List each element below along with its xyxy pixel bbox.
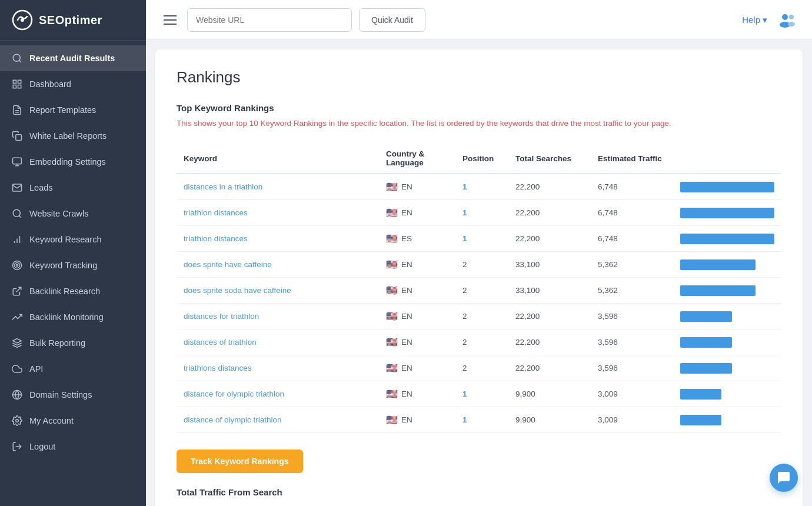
position-value: 2 [462, 312, 467, 321]
sidebar-item-website-crawls[interactable]: Website Crawls [0, 201, 146, 227]
sidebar-item-label: Report Templates [29, 105, 96, 115]
topbar-right: Help ▾ [742, 9, 798, 31]
sidebar-item-label: Backlink Research [29, 287, 100, 296]
sidebar-item-label: Bulk Reporting [29, 338, 85, 348]
trending-up-icon [12, 312, 22, 322]
globe-icon [12, 390, 22, 400]
sidebar-item-white-label[interactable]: White Label Reports [0, 123, 146, 149]
position-cell: 1 [455, 381, 508, 407]
sidebar-item-bulk-reporting[interactable]: Bulk Reporting [0, 330, 146, 356]
svg-point-21 [16, 265, 18, 267]
keyword-link[interactable]: triathlon distances [184, 234, 248, 243]
bar-cell [673, 355, 781, 381]
help-button[interactable]: Help ▾ [742, 15, 767, 25]
lang-code: EN [401, 390, 412, 398]
sidebar-item-label: Keyword Tracking [29, 261, 97, 270]
sidebar-item-label: Keyword Research [29, 235, 102, 244]
sidebar-item-dashboard[interactable]: Dashboard [0, 71, 146, 97]
quick-audit-button[interactable]: Quick Audit [359, 8, 425, 32]
keyword-link[interactable]: distance of olympic triathlon [184, 415, 282, 424]
keyword-link[interactable]: distance for olympic triathlon [184, 390, 284, 398]
sidebar-item-my-account[interactable]: My Account [0, 408, 146, 434]
sidebar-item-logout[interactable]: Logout [0, 434, 146, 460]
svg-marker-23 [13, 339, 22, 344]
sidebar-item-report-templates[interactable]: Report Templates [0, 97, 146, 123]
position-cell: 2 [455, 252, 508, 278]
sidebar-item-keyword-tracking[interactable]: Keyword Tracking [0, 252, 146, 278]
keyword-cell: triathlon distances [177, 200, 379, 226]
lang-code: EN [401, 182, 412, 191]
keyword-link[interactable]: distances of triathlon [184, 338, 257, 347]
position-value[interactable]: 1 [462, 390, 467, 398]
country-lang-cell: 🇺🇸 EN [379, 174, 455, 200]
country-lang-cell: 🇺🇸 EN [379, 407, 455, 433]
svg-rect-6 [13, 85, 16, 88]
keyword-cell: distance of olympic triathlon [177, 407, 379, 433]
total-traffic-title: Total Traffic From Search [177, 487, 781, 497]
position-value[interactable]: 1 [462, 182, 467, 191]
searches-cell: 33,100 [508, 278, 591, 304]
keyword-link[interactable]: does sprite soda have caffeine [184, 286, 291, 295]
position-cell: 1 [455, 200, 508, 226]
hamburger-button[interactable] [160, 12, 180, 28]
table-row: distance of olympic triathlon 🇺🇸 EN 1 9,… [177, 407, 781, 433]
sidebar-item-keyword-research[interactable]: Keyword Research [0, 227, 146, 252]
url-input[interactable] [187, 8, 352, 32]
target-icon [12, 260, 22, 271]
traffic-bar [680, 208, 774, 218]
searches-cell: 33,100 [508, 252, 591, 278]
layers-icon [12, 338, 22, 348]
bar-chart-icon [12, 234, 22, 245]
traffic-bar [680, 337, 732, 348]
lang-code: EN [401, 338, 412, 347]
keyword-link[interactable]: triathlons distances [184, 364, 252, 372]
lang-code: ES [401, 234, 412, 243]
page-title: Rankings [177, 68, 781, 86]
lang-code: EN [401, 312, 412, 321]
position-value[interactable]: 1 [462, 415, 467, 424]
bar-cell [673, 278, 781, 304]
keyword-cell: distance for olympic triathlon [177, 381, 379, 407]
sidebar-item-backlink-monitoring[interactable]: Backlink Monitoring [0, 304, 146, 330]
traffic-cell: 6,748 [591, 200, 673, 226]
position-cell: 2 [455, 329, 508, 355]
chat-bubble-button[interactable] [770, 464, 798, 492]
keyword-link[interactable]: distances for triathlon [184, 312, 259, 321]
track-keyword-button[interactable]: Track Keyword Rankings [177, 450, 303, 473]
sidebar-item-leads[interactable]: Leads [0, 175, 146, 201]
sidebar-item-backlink-research[interactable]: Backlink Research [0, 278, 146, 304]
sidebar-item-domain-settings[interactable]: Domain Settings [0, 382, 146, 408]
keyword-cell: does sprite soda have caffeine [177, 278, 379, 304]
traffic-cell: 6,748 [591, 174, 673, 200]
keyword-link[interactable]: triathlon distances [184, 208, 248, 217]
svg-point-30 [789, 15, 794, 19]
topbar: Quick Audit Help ▾ [146, 0, 812, 40]
position-value[interactable]: 1 [462, 208, 467, 217]
copy-icon [12, 131, 22, 141]
sidebar-item-label: Dashboard [29, 79, 71, 89]
traffic-bar [680, 285, 756, 296]
traffic-cell: 3,596 [591, 355, 673, 381]
sidebar-item-api[interactable]: API [0, 356, 146, 382]
keyword-link[interactable]: distances in a triathlon [184, 182, 262, 191]
logo-text: SEOptimer [39, 14, 102, 27]
keyword-cell: triathlons distances [177, 355, 379, 381]
flag-icon: 🇺🇸 [386, 207, 398, 218]
traffic-cell: 3,009 [591, 407, 673, 433]
sidebar-item-label: White Label Reports [29, 131, 107, 141]
svg-point-31 [788, 22, 795, 26]
keyword-link[interactable]: does sprite have caffeine [184, 260, 272, 269]
chat-icon [777, 471, 791, 485]
bar-cell [673, 174, 781, 200]
searches-cell: 22,200 [508, 355, 591, 381]
table-row: does sprite have caffeine 🇺🇸 EN 2 33,100… [177, 252, 781, 278]
users-icon[interactable] [777, 9, 798, 31]
sidebar-item-recent-audit[interactable]: Recent Audit Results [0, 45, 146, 71]
sidebar-item-embedding[interactable]: Embedding Settings [0, 149, 146, 175]
position-value[interactable]: 1 [462, 234, 467, 243]
sidebar-item-label: Leads [29, 183, 53, 192]
flag-icon: 🇺🇸 [386, 285, 398, 296]
table-row: triathlon distances 🇺🇸 ES 1 22,200 6,748 [177, 226, 781, 252]
col-country-lang: Country & Language [379, 144, 455, 174]
search-icon [12, 53, 22, 64]
